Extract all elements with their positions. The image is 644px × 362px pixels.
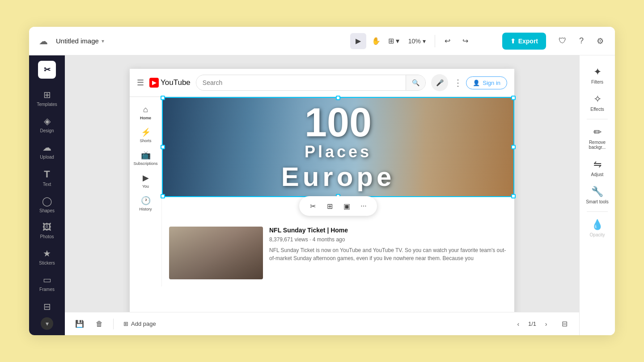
yt-hamburger-icon[interactable]: ☰ <box>137 78 144 88</box>
selection-handle-tm[interactable] <box>336 96 340 100</box>
yt-nav-subscriptions[interactable]: 📺 Subscriptions <box>132 147 159 168</box>
right-tool-smart[interactable]: 🔧 Smart tools <box>581 182 614 208</box>
sidebar-item-stickers[interactable]: ★ Stickers <box>32 244 62 269</box>
sidebar-label-upload: Upload <box>40 155 54 160</box>
right-tool-opacity[interactable]: 💧 Opacity <box>581 215 614 241</box>
yt-signin-button[interactable]: 👤 Sign in <box>466 76 507 89</box>
export-label: Export <box>518 38 538 45</box>
selection-handle-rm[interactable] <box>511 145 516 149</box>
layers-button[interactable]: ⊟ <box>557 316 572 332</box>
undo-button[interactable]: ↩ <box>440 33 456 49</box>
frames-icon: ▭ <box>43 274 51 285</box>
sidebar-label-photos: Photos <box>40 234 54 239</box>
topbar-left: ☁ Untitled image ▾ <box>36 34 104 48</box>
selection-handle-br[interactable] <box>511 194 516 198</box>
right-tool-filters[interactable]: ✦ Filters <box>581 63 614 88</box>
sidebar-label-stickers: Stickers <box>39 261 55 265</box>
app-window: ☁ Untitled image ▾ ▶ ✋ ⊞ ▾ 10% ▾ ↩ ↪ ⬆ E… <box>29 27 615 335</box>
sidebar-label-design: Design <box>40 128 54 133</box>
main-area: ✂ ⊞ Templates ◈ Design ☁ Upload T Text ◯… <box>29 55 615 335</box>
sidebar-item-frames[interactable]: ▭ Frames <box>32 271 62 295</box>
sidebar-item-shapes[interactable]: ◯ Shapes <box>32 192 62 217</box>
zoom-control[interactable]: 10% ▾ <box>404 33 430 49</box>
more-icon: ⊟ <box>43 301 51 312</box>
canvas-scroll[interactable]: ☰ ▶ YouTube 🔍 🎤 ⋮ <box>65 55 579 312</box>
design-icon: ◈ <box>44 116 51 126</box>
redo-button[interactable]: ↪ <box>458 33 474 49</box>
sidebar-label-shapes: Shapes <box>39 208 55 213</box>
zoom-chevron-icon: ▾ <box>423 38 426 45</box>
zoom-value: 10% <box>408 38 421 45</box>
more-tool-button[interactable]: ··· <box>356 199 371 213</box>
sidebar-item-upload[interactable]: ☁ Upload <box>32 139 62 163</box>
filters-label: Filters <box>591 80 603 84</box>
yt-logo-text: YouTube <box>161 78 191 87</box>
sidebar-item-design[interactable]: ◈ Design <box>32 112 62 137</box>
export-button[interactable]: ⬆ Export <box>502 33 546 50</box>
layout-tool-button[interactable]: ⊞ ▾ <box>386 33 402 49</box>
yt-main-content: 100 Places Europe <box>162 97 514 286</box>
delete-page-button[interactable]: 🗑 <box>92 316 107 332</box>
selection-handle-tr[interactable] <box>511 96 516 100</box>
settings-icon[interactable]: ⚙ <box>593 34 608 49</box>
youtube-logo: ▶ YouTube <box>149 78 191 88</box>
yt-signin-label: Sign in <box>483 80 500 86</box>
document-title[interactable]: Untitled image ▾ <box>56 37 104 45</box>
right-sidebar-separator <box>587 119 608 119</box>
add-page-button[interactable]: ⊞ Add page <box>120 318 160 330</box>
opacity-icon: 💧 <box>591 219 603 231</box>
topbar-divider <box>435 35 435 47</box>
smart-tools-icon: 🔧 <box>591 186 603 198</box>
sidebar-label-templates: Templates <box>37 102 57 107</box>
banner-europe: Europe <box>281 161 395 192</box>
right-tool-remove-bg[interactable]: ✏ Remove backgr... <box>581 123 614 153</box>
yt-more-icon[interactable]: ⋮ <box>453 77 462 88</box>
yt-video-thumbnail[interactable] <box>169 227 263 279</box>
youtube-search-input[interactable] <box>196 79 406 86</box>
yt-shorts-icon: ⚡ <box>141 127 151 137</box>
selection-handle-tl[interactable] <box>161 96 165 100</box>
add-page-icon: ⊞ <box>123 320 128 327</box>
adjust-icon: ⇋ <box>593 159 602 170</box>
save-page-button[interactable]: 💾 <box>72 316 87 332</box>
cursor-tool-button[interactable]: ▶ <box>350 33 366 49</box>
smart-label: Smart tools <box>586 199 609 204</box>
right-tool-adjust[interactable]: ⇋ Adjust <box>581 155 614 181</box>
yt-history-icon: 🕐 <box>141 196 151 206</box>
effects-label: Effects <box>590 107 604 112</box>
cloud-save-icon[interactable]: ☁ <box>36 34 51 48</box>
frame-tool-button[interactable]: ▣ <box>339 199 354 213</box>
yt-mic-button[interactable]: 🎤 <box>431 74 448 91</box>
banner-image-selected[interactable]: 100 Places Europe <box>162 97 514 197</box>
shield-icon[interactable]: 🛡 <box>555 34 570 49</box>
yt-nav-shorts[interactable]: ⚡ Shorts <box>132 125 159 146</box>
yt-nav-home[interactable]: ⌂ Home <box>132 102 159 123</box>
sidebar-item-photos[interactable]: 🖼 Photos <box>32 219 62 243</box>
youtube-search-button[interactable]: 🔍 <box>406 75 425 91</box>
add-page-label: Add page <box>131 320 156 327</box>
yt-nav-history[interactable]: 🕐 History <box>132 193 159 214</box>
canvas-area: ☰ ▶ YouTube 🔍 🎤 ⋮ <box>65 55 579 335</box>
right-tool-effects[interactable]: ✧ Effects <box>581 90 614 115</box>
yt-nav-you[interactable]: ▶ You <box>132 170 159 191</box>
yt-nav-subs-label: Subscriptions <box>133 161 157 166</box>
sidebar-label-text: Text <box>43 182 51 187</box>
selection-handle-lm[interactable] <box>161 145 165 149</box>
sidebar-item-templates[interactable]: ⊞ Templates <box>32 86 62 110</box>
sidebar-item-more[interactable]: ⊟ <box>32 298 62 316</box>
topbar: ☁ Untitled image ▾ ▶ ✋ ⊞ ▾ 10% ▾ ↩ ↪ ⬆ E… <box>29 27 615 55</box>
crop-tool-button[interactable]: ✂ <box>305 199 320 213</box>
selection-handle-bl[interactable] <box>161 194 165 198</box>
prev-page-button[interactable]: ‹ <box>512 318 525 330</box>
yt-banner: 100 Places Europe <box>163 98 513 196</box>
yt-logo-icon: ▶ <box>149 78 159 88</box>
sidebar-collapse-button[interactable]: ▾ <box>41 317 53 330</box>
help-icon[interactable]: ? <box>574 34 589 49</box>
sidebar-item-text[interactable]: T Text <box>32 165 62 190</box>
yt-signin-icon: 👤 <box>473 80 480 86</box>
grid-tool-button[interactable]: ⊞ <box>322 199 337 213</box>
export-icon: ⬆ <box>510 38 516 45</box>
hand-tool-button[interactable]: ✋ <box>368 33 384 49</box>
next-page-button[interactable]: › <box>540 318 552 330</box>
adjust-label: Adjust <box>591 172 604 177</box>
